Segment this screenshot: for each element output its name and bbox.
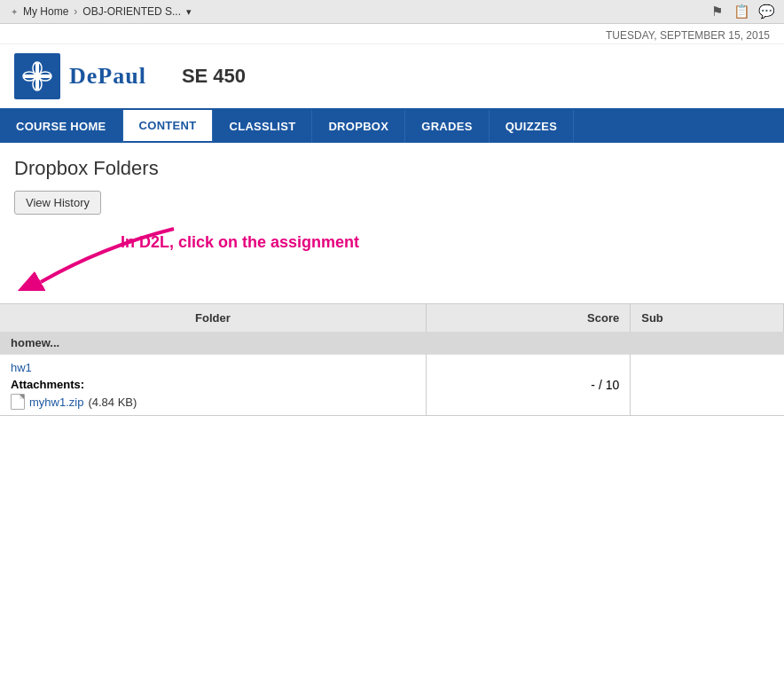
col-header-score: Score	[426, 304, 630, 333]
top-bar-actions: ⚑ 📋 💬	[708, 4, 775, 20]
date-bar: TUESDAY, SEPTEMBER 15, 2015	[0, 24, 784, 44]
sub-cell	[631, 355, 784, 416]
folder-cell: hw1 Attachments: myhw1.zip (4.84 KB)	[0, 355, 426, 416]
main-content: Dropbox Folders View History In D2L, cli…	[0, 143, 784, 416]
annotation-area: In D2L, click on the assignment	[14, 229, 770, 300]
score-cell: - / 10	[426, 355, 630, 416]
logo-area: DePaul	[14, 53, 146, 99]
attachments-label: Attachments:	[11, 378, 415, 391]
depaul-name: DePaul	[69, 63, 146, 90]
page-title: Dropbox Folders	[0, 157, 784, 191]
current-date: TUESDAY, SEPTEMBER 15, 2015	[606, 29, 770, 42]
flag-icon[interactable]: ⚑	[708, 4, 725, 20]
site-header: DePaul SE 450	[0, 44, 784, 110]
nav-course-home[interactable]: COURSE HOME	[0, 110, 123, 143]
breadcrumb-dropdown-icon[interactable]: ▾	[186, 6, 192, 18]
annotation-arrow	[14, 220, 192, 291]
breadcrumb-course[interactable]: OBJ-ORIENTED S...	[82, 5, 181, 18]
nav-quizzes[interactable]: QUIZZES	[490, 110, 574, 143]
nav-content[interactable]: CONTENT	[123, 110, 214, 143]
attachment-size: (4.84 KB)	[88, 396, 137, 409]
attachment-item: myhw1.zip (4.84 KB)	[11, 394, 415, 410]
notifications-icon[interactable]: 📋	[733, 4, 750, 20]
table-row: hw1 Attachments: myhw1.zip (4.84 KB) - /…	[0, 355, 784, 416]
nav-bar: COURSE HOME CONTENT CLASSLIST DROPBOX GR…	[0, 110, 784, 143]
attachment-link[interactable]: myhw1.zip	[29, 396, 83, 409]
logo-box	[14, 53, 60, 99]
breadcrumb-separator: ›	[74, 5, 77, 18]
course-title: SE 450	[182, 65, 246, 88]
breadcrumb: ✦ My Home › OBJ-ORIENTED S... ▾	[9, 5, 192, 18]
group-header-label: homew...	[0, 332, 784, 355]
col-header-sub: Sub	[631, 304, 784, 333]
table-header-row: Folder Score Sub	[0, 304, 784, 333]
zip-file-icon	[11, 394, 25, 410]
depaul-logo-svg	[20, 59, 54, 93]
view-history-button[interactable]: View History	[14, 191, 101, 215]
annotation-label: In D2L, click on the assignment	[121, 233, 359, 252]
depaul-logo-small: ✦	[11, 7, 18, 17]
table-group-header: homew...	[0, 332, 784, 355]
nav-classlist[interactable]: CLASSLIST	[213, 110, 312, 143]
breadcrumb-home[interactable]: My Home	[23, 5, 68, 18]
col-header-folder: Folder	[0, 304, 426, 333]
top-bar: ✦ My Home › OBJ-ORIENTED S... ▾ ⚑ 📋 💬	[0, 0, 784, 24]
hw1-link[interactable]: hw1	[11, 361, 32, 374]
chat-icon[interactable]: 💬	[757, 4, 775, 20]
dropbox-table: Folder Score Sub homew... hw1 Attachment…	[0, 303, 784, 416]
nav-dropbox[interactable]: DROPBOX	[312, 110, 405, 143]
nav-grades[interactable]: GRADES	[405, 110, 489, 143]
